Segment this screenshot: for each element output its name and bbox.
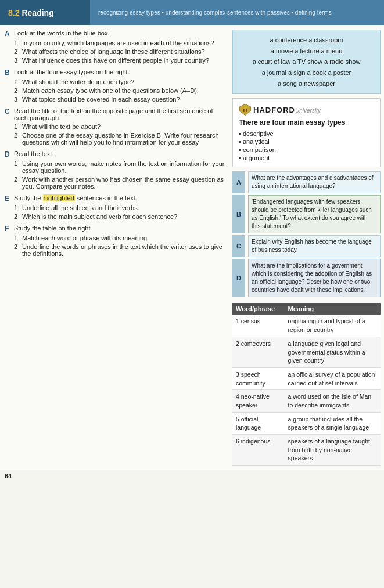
section-a-item-1: In your country, which languages are use…	[22, 39, 214, 46]
question-box-d: D What are the implications for a govern…	[232, 259, 381, 297]
section-d-item-2: Work with another person who has chosen …	[22, 176, 228, 190]
section-d-letter: D	[5, 150, 12, 158]
svg-text:H: H	[243, 107, 247, 113]
question-text-b: 'Endangered languages with few speakers …	[248, 195, 381, 233]
section-b-item-1: What should the writer do in each type?	[22, 78, 134, 85]
section-f-intro: Study the table on the right.	[14, 225, 92, 232]
essay-box-title: There are four main essay types	[239, 118, 374, 127]
right-column: a conference a classroom a movie a lectu…	[232, 30, 381, 466]
header-bar: 8.2 Reading recognizing essay types • un…	[0, 0, 384, 25]
page-number: 64	[0, 470, 384, 482]
section-e: E Study the highlighted sentences in the…	[5, 194, 228, 220]
vocab-meaning: originating in and typical of a region o…	[285, 315, 381, 337]
section-d-item-1: Using your own words, make notes from th…	[22, 160, 228, 174]
section-e-items: 1 Underline all the subjects and their v…	[14, 204, 228, 220]
main-content: A Look at the words in the blue box. 1 I…	[0, 25, 384, 470]
table-row: 6 indigenousspeakers of a language taugh…	[232, 435, 381, 466]
section-a-header: A Look at the words in the blue box.	[5, 30, 228, 38]
section-a: A Look at the words in the blue box. 1 I…	[5, 30, 228, 64]
section-b-letter: B	[5, 68, 12, 77]
question-boxes: A What are the advantages and disadvanta…	[232, 171, 381, 299]
list-item: 2 Work with another person who has chose…	[14, 176, 228, 190]
section-a-intro: Look at the words in the blue box.	[14, 30, 110, 37]
blue-box-line-4: a journal a sign a book a poster	[239, 67, 374, 78]
vocab-meaning: speakers of a language taught from birth…	[285, 435, 381, 466]
vocabulary-box: a conference a classroom a movie a lectu…	[232, 30, 381, 94]
table-row: 3 speech communityan official survey of …	[232, 367, 381, 389]
list-item: 1 What will the text be about?	[14, 123, 228, 130]
list-item: 2 Match each essay type with one of the …	[14, 87, 228, 94]
question-label-b: B	[232, 195, 245, 233]
question-label-a: A	[232, 171, 245, 193]
section-number: 8.2	[8, 8, 19, 17]
section-c-intro: Read the title of the text on the opposi…	[14, 107, 228, 121]
list-item: 2 Which is the main subject and verb for…	[14, 213, 228, 220]
question-box-a: A What are the advantages and disadvanta…	[232, 171, 381, 193]
header-subtitle: recognizing essay types • understanding …	[90, 9, 384, 16]
list-item: 2 Choose one of the essay questions in E…	[14, 132, 228, 146]
essay-box-header: H HADFORDUniversity	[239, 103, 374, 116]
hadford-sub: University	[295, 107, 321, 114]
section-f-header: F Study the table on the right.	[5, 225, 228, 233]
section-f-item-1: Match each word or phrase with its meani…	[22, 235, 149, 241]
left-column: A Look at the words in the blue box. 1 I…	[5, 30, 228, 466]
table-row: 5 official languagea group that includes…	[232, 412, 381, 434]
section-title: Reading	[21, 8, 53, 17]
list-item: 3 What influence does this have on diffe…	[14, 57, 228, 64]
list-item: 1 Underline all the subjects and their v…	[14, 204, 228, 211]
list-item: 1 In your country, which languages are u…	[14, 39, 228, 46]
section-e-item-2: Which is the main subject and verb for e…	[22, 213, 177, 220]
list-item: 2 Underline the words or phrases in the …	[14, 243, 228, 257]
question-text-a: What are the advantages and disadvantage…	[248, 171, 381, 193]
section-d-items: 1 Using your own words, make notes from …	[14, 160, 228, 190]
question-box-b: B 'Endangered languages with few speaker…	[232, 195, 381, 233]
blue-box-line-2: a movie a lecture a menu	[239, 46, 374, 57]
vocab-term: 1 census	[232, 315, 285, 337]
essay-types-list: descriptive analytical comparison argume…	[239, 129, 374, 162]
blue-box-line-3: a court of law a TV show a radio show	[239, 56, 374, 67]
vocab-header-meaning: Meaning	[285, 303, 381, 315]
section-f: F Study the table on the right. 1 Match …	[5, 225, 228, 257]
section-a-letter: A	[5, 30, 12, 38]
section-c-item-2: Choose one of the essay questions in Exe…	[22, 132, 228, 146]
question-text-c: Explain why English has become the langu…	[248, 235, 381, 257]
vocab-term: 6 indigenous	[232, 435, 285, 466]
header-title: 8.2 Reading	[0, 0, 90, 25]
section-c-item-1: What will the text be about?	[22, 123, 101, 130]
vocab-term: 3 speech community	[232, 367, 285, 389]
section-f-letter: F	[5, 225, 12, 233]
vocabulary-table: Word/phrase Meaning 1 censusoriginating …	[232, 303, 381, 466]
section-e-item-1: Underline all the subjects and their ver…	[22, 204, 139, 211]
table-row: 1 censusoriginating in and typical of a …	[232, 315, 381, 337]
list-item: 1 Using your own words, make notes from …	[14, 160, 228, 174]
table-row: 4 neo-native speakera word used on the I…	[232, 390, 381, 412]
section-d-header: D Read the text.	[5, 150, 228, 158]
section-c-letter: C	[5, 107, 12, 116]
section-a-item-3: What influence does this have on differe…	[22, 57, 209, 64]
section-a-items: 1 In your country, which languages are u…	[14, 39, 228, 64]
section-b-item-2: Match each essay type with one of the qu…	[22, 87, 199, 94]
essay-type-4: argument	[239, 154, 374, 162]
section-d-intro: Read the text.	[14, 150, 54, 157]
section-e-letter: E	[5, 194, 12, 203]
question-box-c: C Explain why English has become the lan…	[232, 235, 381, 257]
hadford-logo: H HADFORDUniversity	[239, 103, 321, 116]
section-f-items: 1 Match each word or phrase with its mea…	[14, 235, 228, 257]
section-c-header: C Read the title of the text on the oppo…	[5, 107, 228, 121]
table-row: 2 comeoversa language given legal and go…	[232, 337, 381, 367]
blue-box-line-1: a conference a classroom	[239, 35, 374, 46]
vocab-term: 4 neo-native speaker	[232, 390, 285, 412]
list-item: 3 What topics should be covered in each …	[14, 96, 228, 103]
vocab-meaning: an official survey of a population carri…	[285, 367, 381, 389]
highlighted-word: highlighted	[43, 194, 75, 201]
vocab-meaning: a language given legal and governmental …	[285, 337, 381, 367]
hadford-name: HADFORD	[253, 106, 295, 114]
blue-box-line-5: a song a newspaper	[239, 78, 374, 89]
section-f-item-2: Underline the words or phrases in the te…	[22, 243, 228, 257]
vocab-meaning: a word used on the Isle of Man to descri…	[285, 390, 381, 412]
essay-type-3: comparison	[239, 146, 374, 154]
section-e-intro: Study the highlighted sentences in the t…	[14, 194, 137, 201]
vocab-meaning: a group that includes all the speakers o…	[285, 412, 381, 434]
section-a-item-2: What affects the choice of language in t…	[22, 48, 205, 55]
list-item: 1 Match each word or phrase with its mea…	[14, 235, 228, 241]
